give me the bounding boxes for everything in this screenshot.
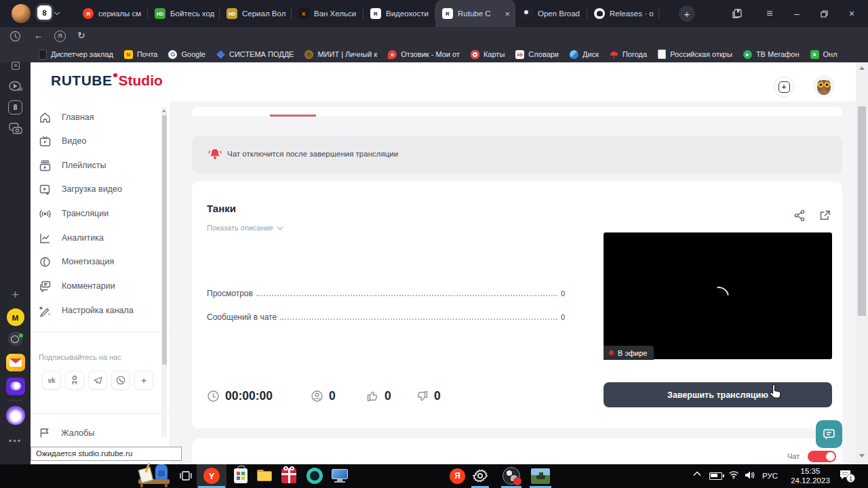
bookmark-item[interactable]: о Отзовик - Мои от: [388, 50, 460, 59]
yandex-home-icon[interactable]: Я: [54, 30, 66, 42]
external-link-icon[interactable]: [818, 209, 831, 222]
more-icon[interactable]: •••: [0, 436, 31, 446]
rutube-studio-logo[interactable]: RUTUBEStudio: [51, 73, 163, 89]
sidebar-item-channel-settings[interactable]: Настройка канала: [31, 301, 170, 320]
tab-title: сериалы см: [98, 9, 142, 18]
ok-social-button[interactable]: [65, 371, 84, 390]
maximize-icon[interactable]: [814, 0, 834, 27]
browser-tab[interactable]: Open Broad: [515, 5, 587, 22]
sidebar-item-playlists[interactable]: Плейлисты: [31, 156, 170, 175]
live-dot-icon: [609, 350, 614, 355]
profile-owl-avatar[interactable]: [813, 75, 835, 97]
profile-avatar[interactable]: [12, 4, 31, 23]
sidebar-item-streams[interactable]: Трансляции: [31, 204, 170, 223]
browser-tab[interactable]: HD Сериал Вол: [220, 5, 292, 22]
tab-group-badge[interactable]: 8: [37, 5, 59, 20]
sidebar-item-video[interactable]: Видео: [31, 131, 170, 150]
clock-tray[interactable]: 15:35 24.12.2023: [789, 466, 831, 485]
bookmark-item[interactable]: Карты: [471, 50, 505, 59]
tab-panel-icon[interactable]: [727, 0, 747, 27]
browser-tab[interactable]: R Видеохости: [363, 5, 435, 22]
likes-stat[interactable]: 0: [366, 389, 391, 403]
dislikes-stat[interactable]: 0: [416, 389, 441, 403]
yandex-browser-taskbar-icon[interactable]: Y: [203, 468, 220, 484]
bookmark-item[interactable]: АБ Словари: [515, 50, 559, 59]
sidebar-item-reports[interactable]: Жалобы: [31, 424, 170, 443]
sidebar-item-comments[interactable]: Комментарии: [31, 277, 170, 296]
this-pc-icon[interactable]: [332, 469, 348, 483]
wifi-icon[interactable]: [728, 470, 739, 479]
browser-app-icon[interactable]: [0, 331, 31, 346]
vk-social-button[interactable]: vk: [42, 371, 61, 390]
settings-gear-icon[interactable]: [472, 468, 488, 484]
game-taskbar-icon[interactable]: [531, 468, 550, 484]
chat-toggle-switch[interactable]: [808, 451, 836, 462]
back-icon[interactable]: ←: [34, 30, 43, 40]
sidebar-item-monetization[interactable]: Монетизация: [31, 252, 170, 271]
mail-app-icon[interactable]: [0, 354, 31, 371]
sidebar-scrollbar-thumb[interactable]: [162, 115, 167, 365]
browser-tab[interactable]: Я сериалы см: [76, 5, 148, 22]
sidebar-item-home[interactable]: Главная: [31, 108, 170, 127]
viber-social-button[interactable]: [111, 371, 130, 390]
add-panel-icon[interactable]: +: [0, 287, 31, 302]
notes-icon[interactable]: [0, 61, 31, 70]
close-tab-icon[interactable]: ×: [505, 9, 510, 18]
bookmark-item[interactable]: А Онл: [810, 50, 837, 59]
menu-icon[interactable]: ≡: [760, 0, 780, 27]
language-indicator[interactable]: РУС: [762, 472, 778, 480]
teal-ring-app-icon[interactable]: [307, 468, 323, 484]
file-explorer-icon[interactable]: [257, 470, 272, 481]
sidebar-item-analytics[interactable]: Аналитика: [31, 228, 170, 247]
page-scrollbar-thumb[interactable]: [858, 106, 866, 316]
share-icon[interactable]: [793, 209, 806, 222]
rutube-favicon: R: [442, 8, 453, 19]
bookmark-item[interactable]: М Почта: [124, 50, 158, 59]
tray-expand-icon[interactable]: [693, 471, 701, 476]
gift-app-icon[interactable]: [281, 468, 296, 483]
tab-group-count[interactable]: 8: [37, 5, 52, 20]
bookmark-item[interactable]: Диск: [570, 50, 599, 59]
chevron-down-icon[interactable]: [54, 9, 60, 14]
create-button[interactable]: +: [774, 77, 794, 97]
obs-taskbar-icon[interactable]: [502, 467, 520, 485]
bookmark-item[interactable]: Диспетчер заклад: [39, 49, 113, 60]
new-tab-button[interactable]: +: [679, 5, 695, 22]
bookmark-item[interactable]: Российская откры: [658, 49, 732, 59]
video-stream-icon[interactable]: [0, 80, 31, 94]
browser-tab[interactable]: К Ван Хельси: [292, 5, 363, 22]
browser-tab[interactable]: Releases · ob: [587, 5, 659, 22]
history-clock-icon[interactable]: [9, 30, 21, 42]
show-description-toggle[interactable]: Показать описание: [207, 224, 282, 232]
store-taskbar-icon[interactable]: [234, 468, 248, 483]
desk-app-icon[interactable]: [136, 460, 172, 487]
alice-assistant-icon[interactable]: [0, 406, 31, 425]
task-view-icon[interactable]: [179, 470, 193, 482]
bookmark-item[interactable]: СИСТЕМА ПОДДЕ: [216, 50, 294, 58]
chat-fab-button[interactable]: [816, 420, 842, 448]
yandex-app-icon[interactable]: Я: [450, 468, 465, 484]
browser-tab[interactable]: HD Бойтесь ход: [148, 5, 220, 22]
scroll-up-icon[interactable]: [859, 66, 865, 70]
purple-app-icon[interactable]: [0, 378, 31, 395]
refresh-icon[interactable]: ↻: [77, 30, 85, 40]
bookmark-item[interactable]: ▸ ТВ Мегафон: [743, 50, 800, 59]
screenshot-icon[interactable]: [0, 122, 31, 136]
bookmark-item[interactable]: Погода: [610, 50, 647, 59]
volume-icon[interactable]: [745, 470, 755, 480]
metro-app-icon[interactable]: м: [0, 308, 31, 326]
notification-center-icon[interactable]: 1: [840, 470, 852, 481]
close-window-icon[interactable]: ×: [842, 0, 862, 27]
minimize-icon[interactable]: –: [787, 0, 807, 27]
scroll-down-icon[interactable]: [859, 454, 865, 458]
more-socials-button[interactable]: +: [134, 371, 153, 390]
end-stream-button[interactable]: Завершить трансляцию: [604, 382, 832, 407]
scroll-up-icon[interactable]: [162, 110, 166, 113]
telegram-social-button[interactable]: [88, 371, 107, 390]
tab-counter-icon[interactable]: 8: [0, 100, 31, 115]
bookmark-item[interactable]: МИИТ | Личный к: [304, 50, 377, 59]
sidebar-item-upload[interactable]: Загрузка видео: [31, 180, 170, 199]
battery-icon[interactable]: [709, 472, 722, 480]
bookmark-item[interactable]: G Google: [168, 50, 205, 59]
browser-tab-active[interactable]: R Rutube С ×: [435, 0, 515, 27]
